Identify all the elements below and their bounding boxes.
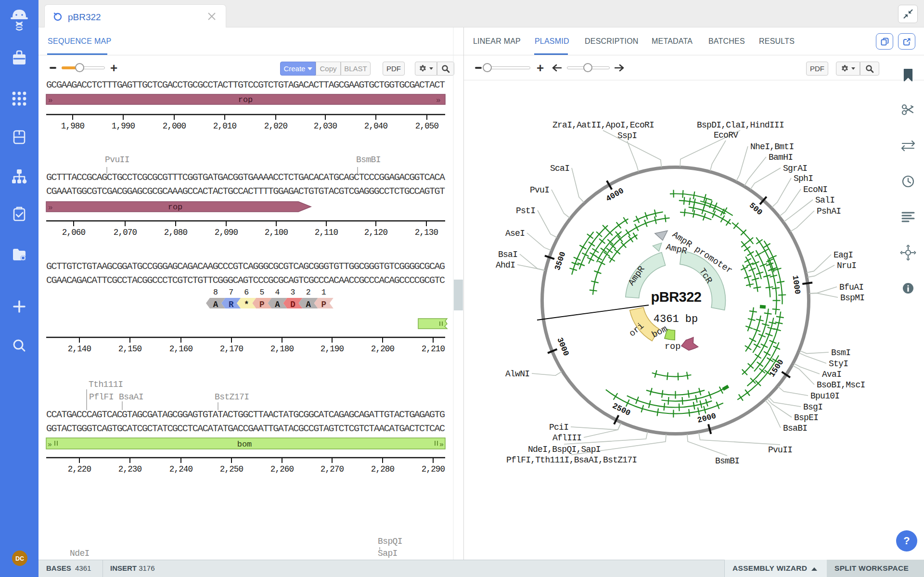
svg-text:2,200: 2,200	[371, 344, 395, 354]
svg-text:AseI: AseI	[505, 229, 525, 238]
svg-text:2,100: 2,100	[265, 228, 288, 237]
svg-text:SphI: SphI	[794, 174, 813, 183]
svg-text:4: 4	[275, 288, 280, 297]
svg-text:BfuAI: BfuAI	[839, 282, 863, 292]
svg-text:2,030: 2,030	[314, 121, 337, 131]
svg-text:BsaAI: BsaAI	[119, 392, 143, 402]
svg-text:2,270: 2,270	[321, 464, 344, 474]
svg-text:Bpu10I: Bpu10I	[810, 391, 839, 401]
svg-text:BspDI,ClaI,HindIII: BspDI,ClaI,HindIII	[697, 120, 784, 130]
svg-text:2,130: 2,130	[415, 228, 438, 237]
svg-text:GCTTGTCTGTAAGCGGATGCCGGGAGCAGA: GCTTGTCTGTAAGCGGATGCCGGGAGCAGACAAGCCCGTC…	[46, 261, 445, 272]
svg-text:BsmBI: BsmBI	[356, 155, 381, 165]
svg-text:BsgI: BsgI	[803, 402, 822, 412]
svg-text:PflFI,Tth111I,BsaAI,BstZ17I: PflFI,Tth111I,BsaAI,BstZ17I	[506, 455, 637, 465]
svg-text:2,060: 2,060	[62, 228, 86, 237]
svg-text:StyI: StyI	[829, 359, 848, 369]
svg-text:1: 1	[321, 288, 326, 297]
svg-text:A: A	[306, 300, 311, 309]
svg-text:2,150: 2,150	[118, 344, 142, 354]
svg-text:2,140: 2,140	[68, 344, 91, 354]
svg-text:SapI: SapI	[378, 549, 398, 558]
svg-text:2,080: 2,080	[164, 228, 188, 237]
svg-text:4361 bp: 4361 bp	[654, 313, 698, 325]
svg-text:D: D	[290, 300, 295, 309]
svg-text:3000: 3000	[555, 336, 571, 358]
svg-text:2,230: 2,230	[118, 464, 142, 474]
svg-text:2,290: 2,290	[422, 464, 445, 474]
svg-text:5: 5	[259, 288, 264, 297]
svg-text:GCTTTACCGCAGCTGCCTCGCGCGTTTCGG: GCTTTACCGCAGCTGCCTCGCGCGTTTCGGTGATGACGGT…	[46, 172, 445, 183]
svg-text:BsoBI,MscI: BsoBI,MscI	[817, 380, 865, 390]
svg-text:R: R	[229, 300, 234, 309]
svg-text:2,090: 2,090	[215, 228, 238, 237]
svg-text:2,070: 2,070	[114, 228, 137, 237]
svg-text:3500: 3500	[553, 251, 568, 272]
svg-text:6: 6	[244, 288, 249, 297]
svg-text:2,220: 2,220	[68, 464, 91, 474]
svg-text:BamHI: BamHI	[769, 153, 793, 162]
svg-text:BsmBI: BsmBI	[715, 456, 739, 466]
svg-text:NheI,BmtI: NheI,BmtI	[750, 142, 794, 152]
svg-text:»: »	[48, 204, 53, 212]
svg-text:BstZ17I: BstZ17I	[215, 392, 249, 402]
svg-text:PshAI: PshAI	[817, 206, 841, 216]
svg-text:BspMI: BspMI	[840, 293, 864, 303]
svg-text:BsaBI: BsaBI	[783, 423, 807, 433]
svg-text:P: P	[321, 300, 326, 309]
svg-text:bom: bom	[237, 440, 252, 449]
svg-text:2,260: 2,260	[270, 464, 294, 474]
svg-text:2,110: 2,110	[315, 228, 338, 237]
svg-text:2,160: 2,160	[169, 344, 193, 354]
svg-text:EcoRV: EcoRV	[714, 130, 738, 140]
svg-text:2,250: 2,250	[220, 464, 244, 474]
svg-text:2,180: 2,180	[270, 344, 294, 354]
svg-text:2,000: 2,000	[163, 121, 186, 131]
svg-text:BsmI: BsmI	[831, 348, 850, 358]
svg-text:rop: rop	[665, 342, 680, 352]
svg-text:rop: rop	[238, 95, 253, 104]
svg-text:P: P	[259, 300, 265, 309]
svg-text:NdeI,BspQI,SapI: NdeI,BspQI,SapI	[528, 445, 601, 454]
svg-text:pBR322: pBR322	[651, 289, 702, 305]
svg-text:Tth111I: Tth111I	[89, 380, 123, 389]
svg-text:CGAACAGACATTCGCCTACGGCCCTCGTCT: CGAACAGACATTCGCCTACGGCCCTCGTCTGTTCGGGCAG…	[46, 275, 445, 286]
svg-text:»: »	[48, 96, 53, 105]
svg-text:»: »	[436, 96, 441, 105]
svg-text:AflIII: AflIII	[552, 433, 581, 443]
svg-text:PciI: PciI	[549, 423, 568, 432]
svg-text:2,020: 2,020	[264, 121, 288, 131]
svg-text:CCATGACCCAGTCACGTAGCGATAGCGGAG: CCATGACCCAGTCACGTAGCGATAGCGGAGTGTATACTGG…	[46, 409, 445, 420]
svg-text:EagI: EagI	[834, 250, 853, 260]
svg-text:2,040: 2,040	[364, 121, 388, 131]
svg-text:GGTACTGGGTCAGTGCATCGCTATCGCCTC: GGTACTGGGTCAGTGCATCGCTATCGCCTCACATATGACC…	[46, 423, 445, 434]
svg-text:2,010: 2,010	[213, 121, 237, 131]
svg-text:4000: 4000	[604, 186, 626, 204]
svg-text:2,170: 2,170	[220, 344, 244, 354]
svg-text:NdeI: NdeI	[70, 549, 90, 558]
svg-text:ScaI: ScaI	[550, 164, 569, 173]
svg-text:2: 2	[306, 288, 311, 297]
svg-text:2,280: 2,280	[371, 464, 395, 474]
svg-text:1000: 1000	[791, 275, 802, 295]
svg-text:BspQI: BspQI	[378, 537, 402, 546]
svg-text:CGAAATGGCGTCGACGGAGCGCGCAAAGCC: CGAAATGGCGTCGACGGAGCGCGCAAAGCCACTACTGCCA…	[46, 186, 445, 197]
svg-text:PflFI: PflFI	[89, 392, 114, 402]
svg-text:AvaI: AvaI	[822, 370, 841, 379]
svg-text:AhdI: AhdI	[496, 260, 515, 270]
svg-text:8: 8	[213, 288, 218, 297]
svg-text:A: A	[275, 300, 280, 309]
svg-text:»: »	[48, 441, 52, 449]
svg-text:rop: rop	[168, 203, 183, 212]
svg-text:*: *	[244, 300, 249, 309]
svg-text:PvuI: PvuI	[530, 185, 549, 195]
svg-text:PvuII: PvuII	[768, 445, 792, 455]
svg-text:PvuII: PvuII	[105, 155, 129, 165]
svg-text:2,190: 2,190	[321, 344, 344, 354]
svg-text:GCGAAGACCTCTTTGAGTTGCTCGACCTGC: GCGAAGACCTCTTTGAGTTGCTCGACCTGCGCCTACTTGT…	[46, 79, 445, 90]
svg-text:BspEI: BspEI	[794, 413, 818, 423]
svg-text:2,240: 2,240	[169, 464, 193, 474]
svg-text:NruI: NruI	[837, 261, 856, 270]
svg-text:2,120: 2,120	[364, 228, 388, 237]
svg-text:SgrAI: SgrAI	[783, 164, 807, 173]
